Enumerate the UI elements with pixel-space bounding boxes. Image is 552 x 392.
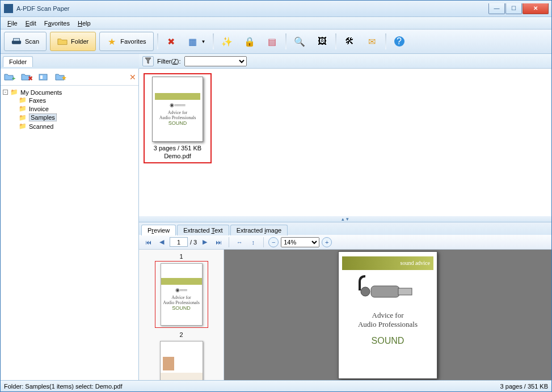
delete-button[interactable]: ✖ [162,32,181,51]
doc-logo: SOUND [372,336,404,346]
page-thumb-1[interactable]: 1 ◉══Advice forAudio ProfessionalsSOUND [155,252,208,328]
close-pane-icon[interactable]: ✕ [129,73,136,82]
favorites-label: Favorites [120,38,146,45]
preview-tabstrip: Preview Extracted Text Extracted image [139,222,551,235]
folder-icon: 📁 [10,88,18,96]
menu-file[interactable]: File [4,19,21,28]
app-icon [4,4,13,13]
folder-button[interactable]: Folder [50,32,96,51]
content-pane: ◉═══ Advice for Audio Professionals SOUN… [139,69,551,380]
tree-item-label: Invoice [29,106,49,112]
image-search-button[interactable]: 🖼 [313,32,332,51]
tab-extracted-text[interactable]: Extracted Text [177,225,229,235]
tree-item-scanned[interactable]: 📁Scanned [19,123,136,130]
favorite-folder-button[interactable]: ★ [54,71,68,83]
page-thumb-2[interactable]: 2 [155,330,208,380]
remove-folder-button[interactable]: ✖ [20,71,33,83]
preview-body: 1 ◉══Advice forAudio ProfessionalsSOUND … [139,250,551,380]
svg-rect-1 [14,39,20,41]
thumbnail-caption: 3 pages / 351 KB Demo.pdf [154,144,201,160]
last-page-button[interactable]: ⏭ [213,237,224,247]
svg-rect-7 [371,286,399,297]
svg-text:★: ★ [61,74,66,81]
filter-toggle[interactable] [142,56,154,66]
folder-toolbar: + ✖ ★ ✕ [1,69,138,86]
properties-icon: ▤ [267,36,277,47]
zoom-select[interactable]: 14% [281,237,319,247]
page-input[interactable] [170,237,188,247]
folder-label: Folder [71,38,89,45]
tree-item-invoice[interactable]: 📁Invoice [19,105,136,112]
tab-extracted-image[interactable]: Extracted image [230,225,288,235]
zoom-button[interactable]: 🔍 [290,32,309,51]
properties-button[interactable]: ▤ [263,32,282,51]
wand-icon: ✨ [222,36,232,47]
scan-button[interactable]: Scan [4,32,47,51]
menu-favorites[interactable]: Favorites [41,19,73,28]
star-icon: ★ [107,36,117,47]
main-preview[interactable]: sound advice Advice for Audio Profession… [224,250,551,380]
folder-icon: 📁 [19,114,27,121]
fit-height-button[interactable]: ↕ [247,237,259,247]
view-button[interactable]: ▦▼ [184,32,209,51]
next-page-button[interactable]: ▶ [199,237,210,247]
page-strip[interactable]: 1 ◉══Advice forAudio ProfessionalsSOUND … [139,250,224,380]
help-button[interactable]: ? [390,32,409,51]
close-button[interactable]: ✕ [522,3,549,14]
document-thumbnail[interactable]: ◉═══ Advice for Audio Professionals SOUN… [144,73,212,163]
tree-item-faxes[interactable]: 📁Faxes [19,96,136,104]
lock-button[interactable]: 🔒 [240,32,259,51]
doc-text-1: Advice for [372,311,404,320]
separator [385,33,386,49]
tools-button[interactable]: 🛠 [340,32,359,51]
splitter[interactable]: ▴ ▾ [139,216,551,222]
prev-page-button[interactable]: ◀ [156,237,167,247]
scanner-icon [11,36,22,47]
tools-icon: 🛠 [344,36,355,47]
doc-text-2: Audio Professionals [358,320,418,329]
tree-root[interactable]: - 📁 My Documents [3,88,136,96]
svg-text:+: + [12,75,15,82]
tree-item-label: Faxes [29,97,46,104]
folder-icon [57,36,68,47]
preview-navbar: ⏮ ◀ / 3 ▶ ⏭ ↔ ↕ − 14% + [139,235,551,250]
status-right: 3 pages / 351 KB [500,383,548,390]
body: + ✖ ★ ✕ - 📁 [1,69,551,380]
add-folder-button[interactable]: + [3,71,16,83]
maximize-button[interactable]: ☐ [505,3,522,14]
mail-button[interactable]: ✉ [363,32,382,51]
app-window: A-PDF Scan Paper — ☐ ✕ File Edit Favorit… [0,0,552,392]
preview-page: sound advice Advice for Audio Profession… [338,251,437,379]
minimize-button[interactable]: — [488,3,505,14]
thumbnail-image: ◉═══ Advice for Audio Professionals SOUN… [152,77,203,142]
folder-icon: 📁 [19,123,27,130]
collapse-icon[interactable]: - [3,90,8,95]
wand-button[interactable]: ✨ [217,32,237,51]
tab-preview[interactable]: Preview [141,225,176,235]
titlebar[interactable]: A-PDF Scan Paper — ☐ ✕ [1,1,551,17]
separator [285,33,286,49]
separator [229,237,229,247]
fit-width-button[interactable]: ↔ [234,237,245,247]
zoom-in-button[interactable]: + [322,237,332,247]
page-number: 1 [155,252,208,261]
page-thumb-image: ◉══Advice forAudio ProfessionalsSOUND [161,263,203,326]
separator [213,33,214,49]
folder-tree[interactable]: - 📁 My Documents 📁Faxes 📁Invoice 📁Sample… [1,86,138,380]
first-page-button[interactable]: ⏮ [142,237,154,247]
help-icon: ? [394,36,404,47]
doc-illustration [354,273,422,307]
menubar: File Edit Favorites Help [1,17,551,29]
menu-help[interactable]: Help [74,19,94,28]
svg-rect-5 [40,75,43,79]
thumbnail-area[interactable]: ◉═══ Advice for Audio Professionals SOUN… [139,69,551,216]
left-tabstrip: Folder [1,54,139,66]
filter-select[interactable] [184,56,247,66]
favorites-button[interactable]: ★ Favorites [99,32,153,51]
tree-item-samples[interactable]: 📁Samples [19,113,136,121]
zoom-out-button[interactable]: − [268,237,279,247]
expand-folder-button[interactable] [37,71,50,83]
menu-edit[interactable]: Edit [22,19,40,28]
delete-icon: ✖ [166,36,176,47]
folder-tab[interactable]: Folder [3,56,33,67]
